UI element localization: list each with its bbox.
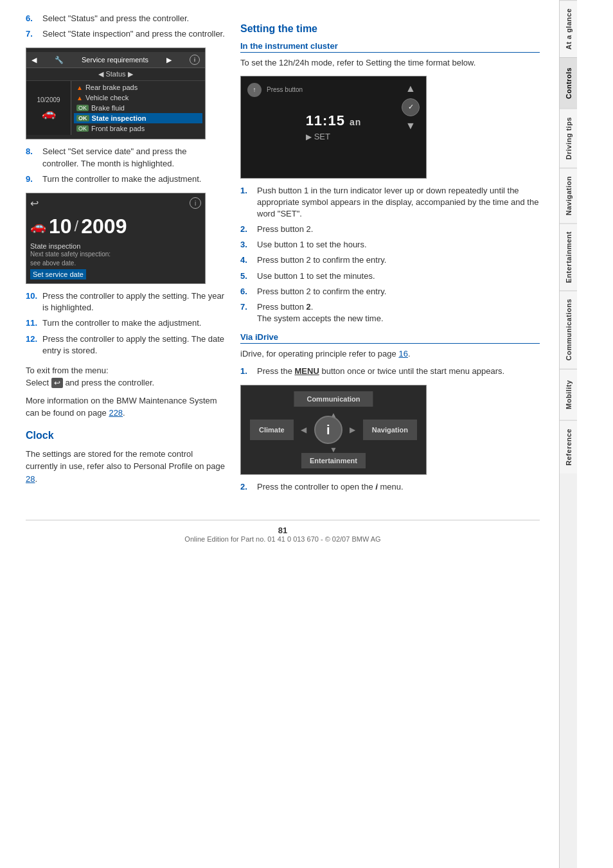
sidebar-tab-entertainment[interactable]: Entertainment	[560, 223, 577, 290]
play-arrow-icon: ▶	[306, 132, 312, 141]
date-big: 🚗 10 / 2009	[30, 215, 201, 238]
service-requirements-diagram: ◀ 🔧 Service requirements ▶ i ◀ Status ▶ …	[26, 48, 206, 139]
steps-6-7: 6. Select "Status" and press the control…	[26, 13, 225, 40]
sr-item-label: Rear brake pads	[85, 84, 138, 91]
step-item: 10. Press the controller to apply the se…	[26, 290, 225, 314]
clock-center-display: 11:15 an ▶ SET	[306, 112, 362, 141]
idrive-center-button[interactable]: i	[314, 416, 342, 444]
step-item: 3. Use button 1 to set the hours.	[240, 239, 540, 251]
sr-item-row-selected: OK State inspection	[74, 113, 202, 123]
sidebar-tabs: At a glance Controls Driving tips Naviga…	[559, 0, 577, 868]
step-number: 3.	[240, 239, 253, 251]
step-item: 11. Turn the controller to make the adju…	[26, 317, 225, 329]
step-text: Select "Status" and press the controller…	[42, 13, 225, 24]
step-number: 2.	[240, 224, 253, 235]
step-number: 6.	[26, 13, 39, 24]
step-text: Press the controller to apply the settin…	[42, 290, 225, 314]
step-number: 12.	[26, 333, 39, 357]
right-column: Setting the time In the instrument clust…	[240, 13, 540, 500]
sr-forward-icon: ▶	[166, 56, 172, 64]
check-icon: ✓	[402, 98, 420, 116]
step-item: 1. Press the MENU button once or twice u…	[240, 366, 540, 377]
menu-label: MENU	[295, 366, 319, 376]
sr-item-label: Brake fluid	[91, 104, 125, 112]
idrive-steps-1: 1. Press the MENU button once or twice u…	[240, 366, 540, 377]
sidebar-tab-communications[interactable]: Communications	[560, 290, 577, 368]
date-diagram: ↩ i 🚗 10 / 2009 State inspection Next st…	[26, 193, 206, 284]
sidebar-tab-driving-tips[interactable]: Driving tips	[560, 109, 577, 168]
footer-text: Online Edition for Part no. 01 41 0 013 …	[184, 535, 380, 543]
sidebar-tab-navigation[interactable]: Navigation	[560, 168, 577, 223]
sr-items: 10/2009 🚗 ▲ Rear brake pads ▲ Vehicle ch…	[26, 81, 205, 135]
state-insp-detail: Next state safety inspection:	[30, 250, 201, 259]
state-inspection-block: State inspection Next state safety inspe…	[30, 242, 201, 279]
sr-header-title: Service requirements	[82, 56, 148, 64]
sidebar-tab-controls[interactable]: Controls	[560, 57, 577, 109]
sidebar-tab-mobility[interactable]: Mobility	[560, 369, 577, 420]
clock-display-diagram: ↑ Press button ▲ ✓ ▼ 11:15 an ▶	[240, 76, 427, 179]
idrive-page-link[interactable]: 16	[398, 349, 407, 359]
step-text: Press the controller to apply the settin…	[42, 333, 225, 357]
sr-left-date: 10/2009 🚗	[26, 81, 71, 135]
step-item: 1. Push button 1 in the turn indicator l…	[240, 185, 540, 220]
arrow-right-icon: ▶	[350, 425, 355, 434]
steps-8-9: 8. Select "Set service date" and press t…	[26, 146, 225, 185]
main-content: 6. Select "Status" and press the control…	[0, 0, 559, 868]
step-number: 10.	[26, 290, 39, 314]
sr-status-row: ◀ Status ▶	[26, 68, 205, 81]
i-menu-icon: i	[375, 482, 378, 492]
set-service-date-label: Set service date	[30, 269, 86, 279]
arrow-left-icon: ◀	[301, 425, 306, 434]
step-item: 9. Turn the controller to make the adjus…	[26, 173, 225, 185]
ok-badge: OK	[76, 105, 89, 111]
back-arrow-btn: ↩	[51, 378, 63, 388]
idrive-steps-2: 2. Press the controller to open the i me…	[240, 481, 540, 493]
press-button-label: Press button	[267, 86, 303, 93]
step-item: 7. Select "State inspection" and press t…	[26, 28, 225, 40]
step-item: 2. Press button 2.	[240, 224, 540, 235]
setting-time-heading: Setting the time	[240, 23, 540, 35]
sr-item-label: State inspection	[92, 114, 147, 122]
step-number: 8.	[26, 146, 39, 169]
steps-10-12: 10. Press the controller to apply the se…	[26, 290, 225, 357]
instrument-cluster-heading: In the instrument cluster	[240, 41, 540, 53]
sr-header: ◀ 🔧 Service requirements ▶ i	[26, 52, 205, 68]
step-number: 1.	[240, 185, 253, 220]
step-number: 6.	[240, 286, 253, 297]
ampm-indicator: an	[350, 117, 361, 127]
step-text: Use button 1 to set the hours.	[257, 239, 540, 251]
sidebar-tab-at-a-glance[interactable]: At a glance	[560, 0, 577, 57]
info-icon: i	[190, 197, 201, 209]
clock-right-controls: ▲ ✓ ▼	[402, 83, 420, 132]
clock-page-link[interactable]: 28	[26, 474, 35, 484]
sr-header-icon: 🔧	[55, 56, 64, 64]
sr-item-row: ▲ Rear brake pads	[74, 82, 202, 93]
step-text: Press button 2.The system accepts the ne…	[257, 301, 540, 324]
step-text: Select "State inspection" and press the …	[42, 28, 225, 40]
sr-right-items: ▲ Rear brake pads ▲ Vehicle check OK Bra…	[71, 81, 205, 135]
sr-item-label: Vehicle check	[85, 94, 129, 102]
step-number: 7.	[240, 301, 253, 324]
step-number: 4.	[240, 254, 253, 266]
state-insp-detail2: see above date.	[30, 259, 201, 268]
step-item: 6. Press button 2 to confirm the entry.	[240, 286, 540, 297]
step-number: 2.	[240, 481, 253, 493]
step-item: 12. Press the controller to apply the se…	[26, 333, 225, 357]
step-text: Select "Set service date" and press the …	[42, 146, 225, 169]
step-text: Press button 2.	[257, 224, 540, 235]
state-insp-title: State inspection	[30, 242, 201, 250]
down-arrow-icon: ▼	[405, 120, 416, 132]
sr-item-row: OK Brake fluid	[74, 103, 202, 113]
time-value: 11:15	[306, 112, 345, 128]
step-item: 5. Use button 1 to set the minutes.	[240, 270, 540, 282]
entertainment-cell: Entertainment	[301, 453, 366, 468]
maintenance-page-link[interactable]: 228	[109, 408, 123, 418]
triangle-icon: ▲	[76, 94, 83, 102]
step-text: Turn the controller to make the adjustme…	[42, 317, 225, 329]
sidebar-tab-reference[interactable]: Reference	[560, 420, 577, 474]
step-item: 4. Press button 2 to confirm the entry.	[240, 254, 540, 266]
clock-description: The settings are stored for the remote c…	[26, 448, 225, 486]
step-number: 1.	[240, 366, 253, 377]
clock-top-controls: ↑ Press button	[247, 83, 303, 97]
step-text: Press button 2 to confirm the entry.	[257, 286, 540, 297]
